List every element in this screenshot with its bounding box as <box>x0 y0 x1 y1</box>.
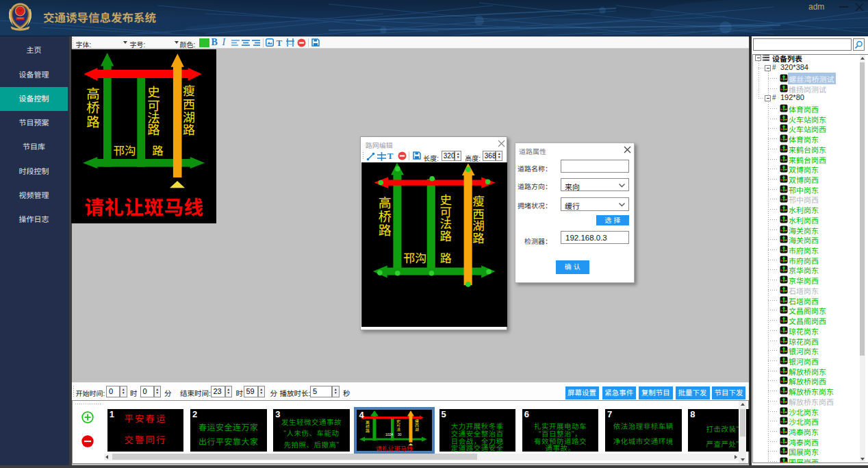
svg-text:桥: 桥 <box>379 210 392 224</box>
svg-text:路: 路 <box>440 252 452 265</box>
svg-text:路: 路 <box>472 232 485 245</box>
svg-text:1024: 1024 <box>385 432 393 436</box>
svg-text:路: 路 <box>366 428 370 433</box>
svg-text:请礼让斑马线: 请礼让斑马线 <box>84 197 203 219</box>
svg-text:瘦: 瘦 <box>415 419 419 423</box>
svg-text:西: 西 <box>183 98 195 112</box>
svg-text:高: 高 <box>86 86 100 101</box>
svg-text:30: 30 <box>398 432 402 436</box>
svg-text:路: 路 <box>152 145 164 157</box>
svg-text:高: 高 <box>379 196 392 210</box>
svg-text:路: 路 <box>439 230 452 243</box>
svg-text:路: 路 <box>147 123 160 137</box>
svg-text:桥: 桥 <box>366 424 370 429</box>
svg-text:史: 史 <box>439 193 452 207</box>
svg-text:高: 高 <box>366 420 370 425</box>
svg-text:邗沟: 邗沟 <box>403 252 426 265</box>
svg-text:交通诱导信息发布系统: 交通诱导信息发布系统 <box>43 12 157 24</box>
svg-text:请礼让斑马线: 请礼让斑马线 <box>376 445 413 452</box>
svg-text:法: 法 <box>396 427 400 432</box>
svg-text:瘦: 瘦 <box>472 195 485 208</box>
svg-text:史: 史 <box>147 85 160 99</box>
svg-text:路: 路 <box>86 114 100 130</box>
svg-text:路: 路 <box>183 123 195 137</box>
svg-text:邗沟: 邗沟 <box>114 145 136 157</box>
svg-text:湖: 湖 <box>415 428 419 432</box>
svg-text:湖: 湖 <box>183 111 195 125</box>
svg-text:adm: adm <box>808 2 824 12</box>
svg-text:路: 路 <box>379 223 392 238</box>
svg-text:瘦: 瘦 <box>183 84 195 98</box>
svg-text:桥: 桥 <box>86 100 100 115</box>
